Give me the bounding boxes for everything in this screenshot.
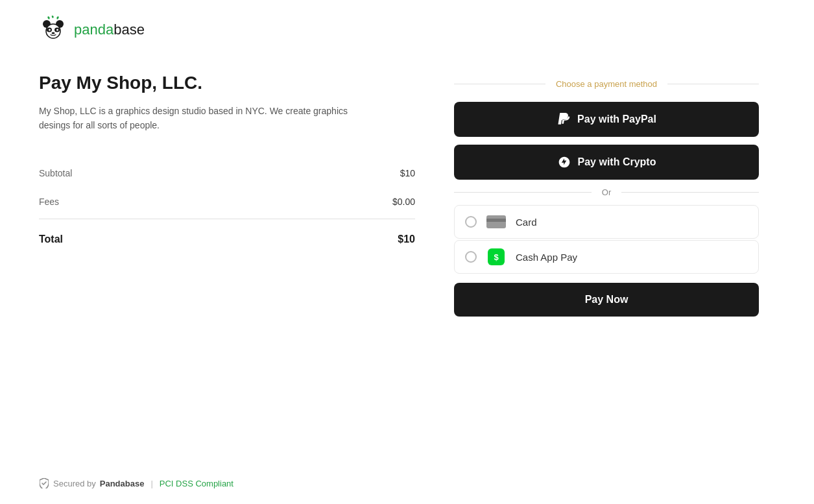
footer: Secured by Pandabase | PCI DSS Compliant [39,478,233,488]
subtotal-row: Subtotal $10 [39,159,415,187]
footer-separator: | [150,479,152,488]
pay-now-label: Pay Now [585,294,628,305]
total-amount: $10 [398,234,415,245]
or-text: Or [592,187,621,197]
cashapp-icon: $ [486,250,507,264]
card-payment-option[interactable]: Card [454,205,759,239]
paypal-icon [557,112,571,126]
left-panel: Pay My Shop, LLC. My Shop, LLC is a grap… [39,73,415,317]
fees-label: Fees [39,197,59,207]
cashapp-dollar-icon: $ [488,248,505,265]
total-divider [39,219,415,219]
or-line-right [621,192,759,193]
svg-point-7 [56,29,58,31]
paypal-button[interactable]: Pay with PayPal [454,102,759,137]
right-panel: Choose a payment method Pay with PayPal … [454,73,759,317]
cashapp-radio[interactable] [465,251,477,263]
fees-amount: $0.00 [392,197,415,207]
header-line-left [454,84,545,84]
header: pandabase [0,0,814,60]
crypto-icon [557,155,571,169]
payment-options: Card $ Cash App Pay [454,205,759,274]
or-divider: Or [454,187,759,197]
cashapp-label: Cash App Pay [516,252,577,263]
pandabase-logo-icon [39,16,67,44]
svg-point-6 [49,29,51,31]
total-row: Total $10 [39,222,415,257]
fees-row: Fees $0.00 [39,187,415,216]
pay-now-button[interactable]: Pay Now [454,283,759,317]
card-label: Card [516,217,537,228]
total-label: Total [39,234,63,245]
payment-header-text: Choose a payment method [545,79,667,89]
cashapp-payment-option[interactable]: $ Cash App Pay [454,240,759,274]
header-line-right [667,84,759,84]
subtotal-label: Subtotal [39,168,72,178]
logo-text: pandabase [74,21,145,38]
svg-point-8 [52,32,55,34]
shield-icon [39,478,49,488]
svg-rect-10 [486,219,506,222]
footer-pci-text: PCI DSS Compliant [160,479,233,488]
crypto-button[interactable]: Pay with Crypto [454,145,759,180]
payment-method-header: Choose a payment method [454,79,759,89]
subtotal-amount: $10 [400,168,415,178]
card-icon [486,215,507,229]
or-line-left [454,192,592,193]
crypto-button-label: Pay with Crypto [578,156,656,168]
footer-brand-name: Pandabase [100,479,145,488]
footer-secured-text: Secured by [53,479,96,488]
main-content: Pay My Shop, LLC. My Shop, LLC is a grap… [0,60,814,342]
card-radio[interactable] [465,216,477,228]
line-items: Subtotal $10 Fees $0.00 Total $10 [39,159,415,257]
paypal-button-label: Pay with PayPal [577,114,656,125]
page-title: Pay My Shop, LLC. [39,73,415,93]
page-description: My Shop, LLC is a graphics design studio… [39,104,350,133]
